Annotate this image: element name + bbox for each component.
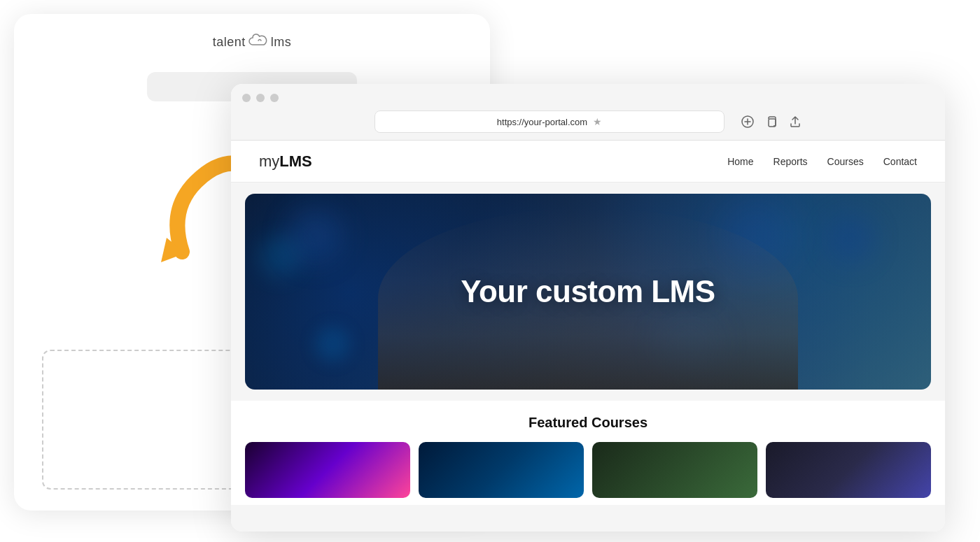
browser-action-icons (741, 115, 802, 128)
hero-title: Your custom LMS (461, 274, 715, 309)
add-tab-icon[interactable] (741, 115, 754, 128)
star-icon: ★ (593, 116, 602, 127)
browser-window: https://your-portal.com ★ (231, 84, 945, 532)
course-card-2[interactable] (419, 442, 584, 498)
copy-icon[interactable] (765, 115, 778, 128)
course-card-4[interactable] (766, 442, 931, 498)
browser-top-bar (242, 94, 934, 102)
address-text: https://your-portal.com (497, 117, 587, 127)
traffic-light-1 (242, 94, 251, 102)
lms-text: lms (271, 35, 292, 50)
bg-card-header: talent lms (14, 14, 490, 65)
address-bar-row: https://your-portal.com ★ (242, 110, 934, 140)
site-nav: myLMS Home Reports Courses Contact (231, 141, 945, 183)
browser-chrome: https://your-portal.com ★ (231, 84, 945, 141)
share-icon[interactable] (789, 115, 802, 128)
site-nav-links: Home Reports Courses Contact (727, 156, 917, 167)
cloud-icon (248, 34, 268, 51)
nav-contact[interactable]: Contact (883, 156, 917, 167)
hero-section: Your custom LMS (245, 194, 931, 390)
nav-home[interactable]: Home (727, 156, 753, 167)
featured-courses-title: Featured Courses (245, 415, 931, 431)
course-cards (245, 442, 931, 498)
traffic-light-2 (256, 94, 265, 102)
logo-my: my (259, 152, 279, 170)
logo-lms: LMS (279, 152, 312, 170)
website-content: myLMS Home Reports Courses Contact (231, 141, 945, 532)
course-card-3[interactable] (592, 442, 757, 498)
nav-reports[interactable]: Reports (774, 156, 808, 167)
hero-text-overlay: Your custom LMS (245, 194, 931, 390)
traffic-light-3 (270, 94, 279, 102)
course-card-1[interactable] (245, 442, 410, 498)
site-logo: myLMS (259, 152, 312, 171)
nav-courses[interactable]: Courses (827, 156, 864, 167)
talentlms-logo: talent lms (213, 34, 292, 51)
featured-section: Featured Courses (231, 401, 945, 505)
address-bar[interactable]: https://your-portal.com ★ (374, 110, 724, 133)
talent-text: talent (213, 35, 246, 50)
